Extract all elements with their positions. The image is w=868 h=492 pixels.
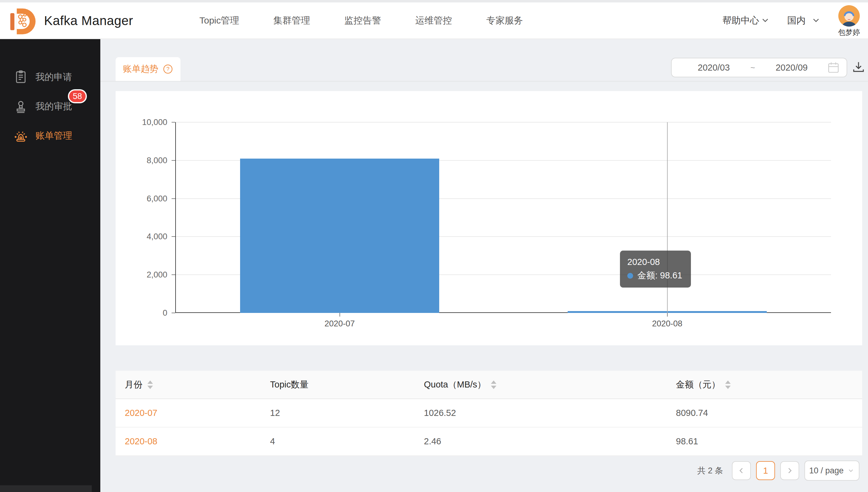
chart-tooltip: 2020-08 金额: 98.61: [620, 251, 691, 288]
tooltip-value: 金额: 98.61: [637, 270, 682, 280]
grid-line: [176, 122, 831, 123]
bar-2020-07[interactable]: [240, 158, 439, 313]
app-header: Kafka Manager Topic管理集群管理监控告警运维管控专家服务 帮助…: [0, 2, 868, 39]
page-1-button[interactable]: 1: [756, 461, 775, 480]
sidebar-item-2[interactable]: 账单管理: [0, 121, 100, 150]
app-title: Kafka Manager: [44, 14, 133, 28]
next-page-button[interactable]: [780, 461, 799, 480]
table-cell: 1026.52: [415, 408, 667, 418]
main-content: 账单趋势 ? 2020/03 ~ 2020/09: [100, 39, 868, 492]
chevron-down-icon: [812, 16, 820, 25]
help-center-menu[interactable]: 帮助中心: [722, 15, 770, 27]
brand[interactable]: Kafka Manager: [8, 5, 133, 36]
date-range-picker[interactable]: 2020/03 ~ 2020/09: [671, 58, 847, 77]
nav-item-1[interactable]: 集群管理: [274, 15, 310, 27]
sidebar-collapse-bar[interactable]: [0, 485, 92, 492]
date-start-input[interactable]: 2020/03: [678, 63, 749, 73]
table-header-row: 月份Topic数量Quota（MB/s）金额（元）: [116, 371, 862, 399]
kafka-manager-app: Kafka Manager Topic管理集群管理监控告警运维管控专家服务 帮助…: [0, 0, 868, 492]
column-header-0[interactable]: 月份: [116, 378, 261, 391]
month-link[interactable]: 2020-07: [116, 408, 261, 418]
y-axis-label: 10,000: [142, 118, 167, 127]
sidebar-menu: 我的申请我的审批58账单管理: [0, 39, 100, 150]
y-axis-tick: [171, 313, 175, 313]
chevron-right-icon: [786, 467, 794, 474]
alarm-icon: [14, 129, 27, 142]
date-end-input[interactable]: 2020/09: [756, 63, 827, 73]
sidebar-item-label: 账单管理: [36, 129, 72, 142]
sort-icon[interactable]: [491, 380, 496, 389]
column-header-3[interactable]: 金额（元）: [667, 378, 862, 391]
clipboard-icon: [14, 70, 27, 84]
notification-badge: 58: [68, 89, 87, 103]
nav-item-3[interactable]: 运维管控: [415, 15, 452, 27]
sidebar-item-label: 我的申请: [36, 71, 72, 83]
y-axis-line: [175, 122, 176, 313]
pagination: 共 2 条 1 10 / page: [697, 461, 860, 481]
main-nav: Topic管理集群管理监控告警运维管控专家服务: [200, 2, 523, 39]
window-top-strip: [0, 0, 868, 2]
y-axis-tick: [171, 198, 175, 199]
date-range-separator: ~: [749, 63, 756, 72]
sidebar-item-1[interactable]: 我的审批58: [0, 92, 100, 121]
chevron-left-icon: [737, 467, 745, 474]
svg-text:?: ?: [166, 66, 169, 72]
username: 包梦婷: [838, 27, 860, 37]
tab-bar-divider: [100, 81, 868, 81]
user-profile[interactable]: 包梦婷: [838, 5, 860, 37]
table-row: 2020-07121026.528090.74: [116, 399, 862, 427]
column-header-2[interactable]: Quota（MB/s）: [415, 378, 667, 391]
sort-icon[interactable]: [725, 380, 731, 389]
table-cell: 98.61: [667, 436, 862, 446]
header-right: 帮助中心 国内: [722, 2, 860, 39]
sort-icon[interactable]: [147, 380, 153, 389]
region-menu[interactable]: 国内: [787, 15, 820, 27]
tab-bill-trend[interactable]: 账单趋势 ?: [116, 57, 181, 81]
help-center-label: 帮助中心: [722, 15, 759, 27]
chevron-down-icon: [761, 16, 770, 25]
sidebar-item-0[interactable]: 我的申请: [0, 62, 100, 92]
table-cell: 12: [261, 408, 415, 418]
table-row: 2020-0842.4698.61: [116, 427, 862, 456]
y-axis-tick: [171, 274, 175, 275]
month-link[interactable]: 2020-08: [116, 436, 261, 446]
sidebar: 我的申请我的审批58账单管理: [0, 39, 100, 492]
avatar: [838, 5, 860, 27]
y-axis-label: 0: [163, 308, 167, 318]
app-logo-icon: [8, 6, 37, 35]
bar-chart-plot: 2020-08 金额: 98.61 10,0008,0006,0004,0002…: [176, 122, 831, 313]
x-axis-label: 2020-07: [325, 319, 355, 328]
x-axis-tick: [339, 313, 340, 317]
table-cell: 2.46: [415, 436, 667, 446]
tab-bill-trend-label: 账单趋势: [123, 63, 159, 75]
stamp-icon: [14, 100, 27, 113]
nav-item-2[interactable]: 监控告警: [344, 15, 381, 27]
y-axis-label: 2,000: [146, 270, 167, 279]
region-label: 国内: [787, 15, 805, 27]
nav-item-4[interactable]: 专家服务: [486, 15, 523, 27]
y-axis-tick: [171, 236, 175, 237]
nav-item-0[interactable]: Topic管理: [200, 15, 239, 27]
y-axis-tick: [171, 160, 175, 161]
table-cell: 4: [261, 436, 415, 446]
chevron-down-icon: [847, 467, 854, 474]
y-axis-label: 6,000: [146, 194, 167, 203]
billing-table: 月份Topic数量Quota（MB/s）金额（元） 2020-07121026.…: [116, 371, 862, 456]
question-circle-icon[interactable]: ?: [163, 64, 173, 74]
tooltip-title: 2020-08: [627, 255, 682, 269]
calendar-icon: [827, 61, 840, 74]
y-axis-tick: [171, 122, 175, 123]
page-size-value: 10 / page: [809, 466, 844, 475]
y-axis-label: 8,000: [146, 155, 167, 165]
series-dot-icon: [627, 273, 633, 279]
prev-page-button[interactable]: [732, 461, 751, 480]
page-size-select[interactable]: 10 / page: [804, 461, 860, 481]
total-count: 共 2 条: [697, 465, 723, 476]
y-axis-label: 4,000: [146, 232, 167, 241]
x-axis-label: 2020-08: [652, 319, 682, 328]
x-axis-tick: [667, 313, 668, 317]
table-cell: 8090.74: [667, 408, 862, 418]
table-body: 2020-07121026.528090.742020-0842.4698.61: [116, 399, 862, 456]
download-icon[interactable]: [851, 60, 866, 74]
sidebar-item-label: 我的审批: [36, 100, 72, 113]
